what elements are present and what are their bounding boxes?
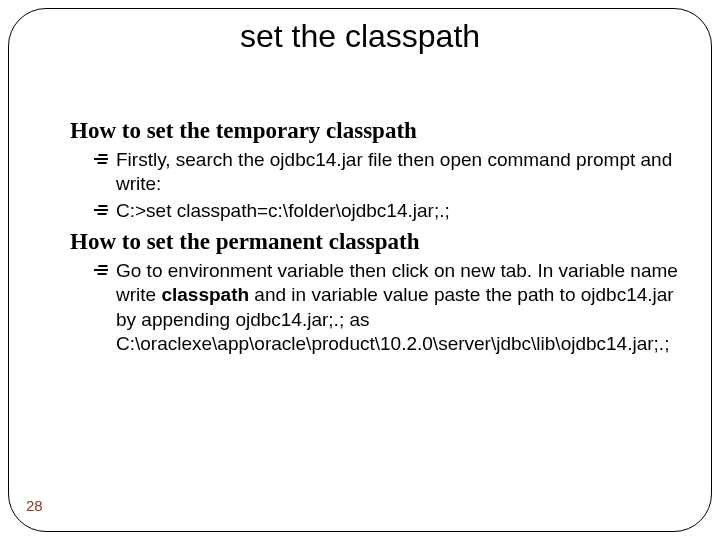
bullet-text: Firstly, search the ojdbc14.jar file the… xyxy=(116,149,672,194)
page-number: 28 xyxy=(26,497,43,514)
bullet-text-bold: classpath xyxy=(161,284,249,305)
slide-content: How to set the temporary classpath First… xyxy=(70,112,680,358)
bullet-list: Firstly, search the ojdbc14.jar file the… xyxy=(70,148,680,223)
bullet-list: Go to environment variable then click on… xyxy=(70,259,680,356)
slide: set the classpath How to set the tempora… xyxy=(0,0,720,540)
bullet-item: Firstly, search the ojdbc14.jar file the… xyxy=(94,148,680,197)
bullet-item: C:>set classpath=c:\folder\ojdbc14.jar;.… xyxy=(94,199,680,223)
bullet-item: Go to environment variable then click on… xyxy=(94,259,680,356)
bullet-text: C:>set classpath=c:\folder\ojdbc14.jar;.… xyxy=(116,200,450,221)
section-heading: How to set the permanent classpath xyxy=(70,229,680,255)
section-heading: How to set the temporary classpath xyxy=(70,118,680,144)
slide-title: set the classpath xyxy=(0,18,720,55)
